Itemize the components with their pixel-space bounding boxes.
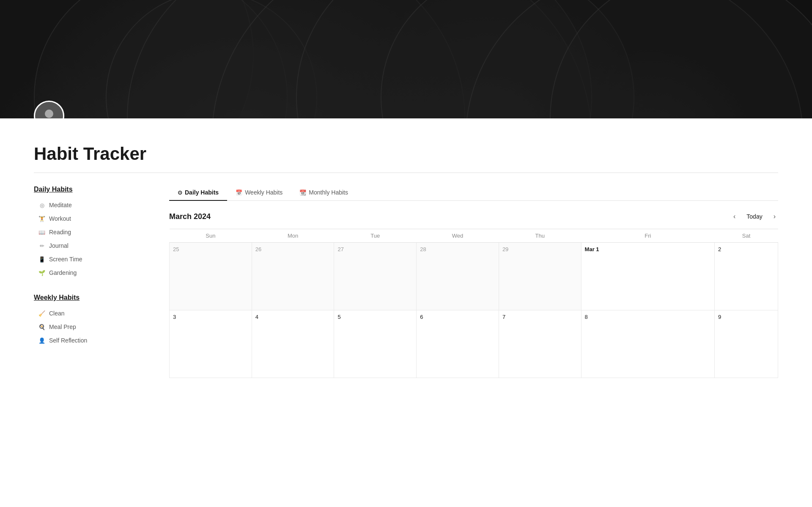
daily-habits-section: Daily Habits ◎ Meditate 🏋 Workout 📖 Read… <box>34 186 144 279</box>
habit-reading-label: Reading <box>49 229 71 236</box>
calendar-day-mar2[interactable]: 2 <box>714 243 778 310</box>
avatar-container <box>34 101 64 118</box>
habit-screen-time[interactable]: 📱 Screen Time <box>34 253 144 265</box>
monthly-tab-icon: 📆 <box>299 189 306 196</box>
calendar-day-feb25[interactable]: 25 <box>170 243 252 310</box>
tabs: ⊙ Daily Habits 📅 Weekly Habits 📆 Monthly… <box>169 186 778 201</box>
habit-clean[interactable]: 🧹 Clean <box>34 307 144 319</box>
page-title: Habit Tracker <box>34 144 778 164</box>
daily-habits-title: Daily Habits <box>34 186 144 193</box>
tab-monthly[interactable]: 📆 Monthly Habits <box>291 186 357 201</box>
col-wed: Wed <box>417 229 499 243</box>
col-tue: Tue <box>334 229 417 243</box>
calendar-month: March 2024 <box>169 212 211 221</box>
habit-workout-label: Workout <box>49 215 71 222</box>
calendar-day-feb26[interactable]: 26 <box>252 243 334 310</box>
calendar-day-mar9[interactable]: 9 <box>714 310 778 378</box>
day-num-mar7: 7 <box>502 314 578 320</box>
hero-banner <box>0 0 812 118</box>
svg-point-0 <box>45 110 53 118</box>
weekly-tab-icon: 📅 <box>236 189 242 196</box>
calendar-day-mar6[interactable]: 6 <box>417 310 499 378</box>
day-num-feb26: 26 <box>255 246 331 252</box>
calendar-header: March 2024 ‹ Today › <box>169 211 778 222</box>
journal-icon: ✏ <box>38 243 46 249</box>
tab-weekly[interactable]: 📅 Weekly Habits <box>227 186 291 201</box>
calendar-prev-button[interactable]: ‹ <box>731 211 738 222</box>
habit-self-reflection-label: Self Reflection <box>49 337 87 344</box>
calendar-next-button[interactable]: › <box>771 211 778 222</box>
col-fri: Fri <box>581 229 714 243</box>
habit-gardening-label: Gardening <box>49 269 77 276</box>
habit-meal-prep-label: Meal Prep <box>49 323 76 330</box>
day-num-mar6: 6 <box>420 314 495 320</box>
tabs-area: ⊙ Daily Habits 📅 Weekly Habits 📆 Monthly… <box>169 186 778 378</box>
meal-prep-icon: 🍳 <box>38 324 46 330</box>
habit-screen-time-label: Screen Time <box>49 256 82 263</box>
day-num-mar3: 3 <box>173 314 248 320</box>
calendar-week-2: 3 4 5 6 7 <box>170 310 778 378</box>
habit-journal-label: Journal <box>49 242 69 249</box>
habit-meditate-label: Meditate <box>49 202 72 208</box>
day-num-mar9: 9 <box>718 314 774 320</box>
layout: Daily Habits ◎ Meditate 🏋 Workout 📖 Read… <box>34 186 778 378</box>
calendar-day-mar3[interactable]: 3 <box>170 310 252 378</box>
daily-tab-icon: ⊙ <box>178 189 182 196</box>
habit-journal[interactable]: ✏ Journal <box>34 240 144 252</box>
meditate-icon: ◎ <box>38 202 46 208</box>
day-num-mar1: Mar 1 <box>585 246 711 252</box>
workout-icon: 🏋 <box>38 216 46 222</box>
screen-time-icon: 📱 <box>38 256 46 263</box>
tab-monthly-label: Monthly Habits <box>309 189 348 196</box>
gardening-icon: 🌱 <box>38 270 46 276</box>
tab-daily[interactable]: ⊙ Daily Habits <box>169 186 227 201</box>
calendar-day-mar4[interactable]: 4 <box>252 310 334 378</box>
habit-meditate[interactable]: ◎ Meditate <box>34 199 144 211</box>
tab-daily-label: Daily Habits <box>185 189 219 196</box>
main-content: Habit Tracker Daily Habits ◎ Meditate 🏋 … <box>0 118 812 395</box>
calendar-day-feb29[interactable]: 29 <box>499 243 581 310</box>
day-num-feb29: 29 <box>502 246 578 252</box>
habit-workout[interactable]: 🏋 Workout <box>34 213 144 225</box>
habit-meal-prep[interactable]: 🍳 Meal Prep <box>34 321 144 333</box>
col-sat: Sat <box>714 229 778 243</box>
day-num-feb25: 25 <box>173 246 248 252</box>
tab-weekly-label: Weekly Habits <box>245 189 283 196</box>
weekly-habits-title: Weekly Habits <box>34 294 144 301</box>
day-num-mar8: 8 <box>585 314 711 320</box>
calendar-day-mar8[interactable]: 8 <box>581 310 714 378</box>
wave-decoration <box>0 0 812 118</box>
self-reflection-icon: 👤 <box>38 337 46 344</box>
calendar-day-mar1[interactable]: Mar 1 <box>581 243 714 310</box>
sidebar: Daily Habits ◎ Meditate 🏋 Workout 📖 Read… <box>34 186 144 362</box>
calendar-week-1: 25 26 27 28 29 <box>170 243 778 310</box>
day-num-feb27: 27 <box>337 246 413 252</box>
day-num-mar4: 4 <box>255 314 331 320</box>
calendar-day-feb28[interactable]: 28 <box>417 243 499 310</box>
col-mon: Mon <box>252 229 334 243</box>
day-num-mar2: 2 <box>718 246 774 252</box>
calendar-day-mar7[interactable]: 7 <box>499 310 581 378</box>
calendar-nav: ‹ Today › <box>731 211 778 222</box>
avatar-icon <box>38 105 60 118</box>
reading-icon: 📖 <box>38 229 46 236</box>
calendar-day-feb27[interactable]: 27 <box>334 243 417 310</box>
col-sun: Sun <box>170 229 252 243</box>
calendar-day-mar5[interactable]: 5 <box>334 310 417 378</box>
day-num-feb28: 28 <box>420 246 495 252</box>
calendar-grid: Sun Mon Tue Wed Thu Fri Sat 25 <box>169 229 778 378</box>
col-thu: Thu <box>499 229 581 243</box>
habit-clean-label: Clean <box>49 310 65 317</box>
habit-gardening[interactable]: 🌱 Gardening <box>34 267 144 279</box>
avatar[interactable] <box>34 101 64 118</box>
habit-reading[interactable]: 📖 Reading <box>34 226 144 238</box>
clean-icon: 🧹 <box>38 310 46 317</box>
divider <box>34 173 778 173</box>
calendar-today-button[interactable]: Today <box>743 211 765 222</box>
habit-self-reflection[interactable]: 👤 Self Reflection <box>34 334 144 346</box>
day-num-mar5: 5 <box>337 314 413 320</box>
weekly-habits-section: Weekly Habits 🧹 Clean 🍳 Meal Prep 👤 Self… <box>34 294 144 346</box>
